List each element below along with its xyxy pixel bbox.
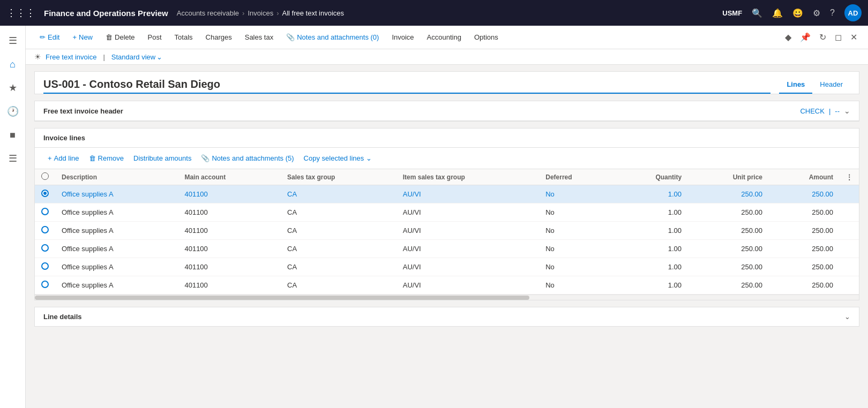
invoice-button[interactable]: Invoice — [386, 31, 419, 44]
row-radio-cell[interactable] — [35, 222, 55, 240]
lines-section-header: Invoice lines — [35, 129, 859, 148]
edit-button[interactable]: ✏ Edit — [34, 31, 65, 44]
sidebar-recent-icon[interactable]: 🕐 — [2, 101, 24, 122]
row-item-sales-tax-group-4: AU/VI — [396, 258, 539, 276]
col-deferred: Deferred — [539, 169, 614, 185]
col-sales-tax-group: Sales tax group — [281, 169, 396, 185]
row-deferred-4: No — [539, 258, 614, 276]
totals-button[interactable]: Totals — [169, 31, 198, 44]
free-text-invoice-link[interactable]: Free text invoice — [46, 53, 96, 61]
sidebar-list-icon[interactable]: ☰ — [2, 148, 24, 169]
row-more-0 — [840, 185, 859, 203]
view-separator: | — [103, 53, 104, 61]
row-radio-3[interactable] — [41, 244, 49, 252]
new-button[interactable]: + New — [67, 31, 98, 44]
refresh-icon[interactable]: ↻ — [817, 30, 828, 44]
table-row[interactable]: Office supplies A 401100 CA AU/VI No 1.0… — [35, 185, 859, 203]
row-radio-cell[interactable] — [35, 240, 55, 258]
row-radio-cell[interactable] — [35, 276, 55, 294]
table-row[interactable]: Office supplies A 401100 CA AU/VI No 1.0… — [35, 240, 859, 258]
table-scrollbar[interactable] — [35, 294, 859, 300]
row-amount-0: 250.00 — [769, 185, 840, 203]
copy-selected-lines-button[interactable]: Copy selected lines ⌄ — [300, 152, 377, 164]
standard-view-dropdown[interactable]: Standard view ⌄ — [111, 53, 162, 61]
paperclip-lines-icon: 📎 — [201, 154, 209, 162]
options-button[interactable]: Options — [469, 31, 504, 44]
sidebar-favorites-icon[interactable]: ★ — [2, 77, 24, 99]
remove-button[interactable]: 🗑 Remove — [85, 152, 128, 164]
add-line-button[interactable]: + Add line — [43, 152, 84, 164]
col-quantity: Quantity — [614, 169, 688, 185]
environment-label: USMF — [722, 9, 742, 17]
row-deferred-5: No — [539, 276, 614, 294]
row-sales-tax-group-2: CA — [281, 222, 396, 240]
breadcrumb-invoices[interactable]: Invoices — [248, 9, 273, 17]
sidebar-home-icon[interactable]: ⌂ — [2, 54, 24, 75]
row-unit-price-0: 250.00 — [688, 185, 769, 203]
table-row[interactable]: Office supplies A 401100 CA AU/VI No 1.0… — [35, 222, 859, 240]
grid-icon[interactable]: ⋮⋮⋮ — [6, 7, 35, 19]
row-description-0: Office supplies A — [55, 185, 178, 203]
line-details-expand-btn[interactable]: ⌄ — [844, 313, 850, 321]
row-sales-tax-group-3: CA — [281, 240, 396, 258]
row-radio-4[interactable] — [41, 262, 49, 270]
tab-lines[interactable]: Lines — [779, 76, 812, 94]
sales-tax-button[interactable]: Sales tax — [240, 31, 279, 44]
row-unit-price-1: 250.00 — [688, 203, 769, 222]
breadcrumb-accounts[interactable]: Accounts receivable — [177, 9, 239, 17]
table-row[interactable]: Office supplies A 401100 CA AU/VI No 1.0… — [35, 276, 859, 294]
notification-icon[interactable]: 🔔 — [772, 8, 783, 18]
distribute-amounts-button[interactable]: Distribute amounts — [129, 152, 196, 164]
row-radio-cell[interactable] — [35, 258, 55, 276]
select-all-radio[interactable] — [41, 172, 49, 180]
table-scroll-container: Description Main account Sales tax group… — [35, 169, 859, 294]
header-status: | — [829, 107, 830, 115]
notes-attachments-lines-button[interactable]: 📎 Notes and attachments (5) — [197, 152, 298, 164]
accounting-button[interactable]: Accounting — [422, 31, 467, 44]
row-sales-tax-group-5: CA — [281, 276, 396, 294]
header-collapse-btn[interactable]: ⌄ — [844, 107, 850, 115]
lines-section-title: Invoice lines — [43, 134, 85, 142]
restore-icon[interactable]: ◻ — [833, 30, 844, 44]
pin-icon[interactable]: 📌 — [798, 30, 813, 44]
check-link[interactable]: CHECK — [800, 107, 825, 115]
row-radio-cell[interactable] — [35, 185, 55, 203]
row-amount-4: 250.00 — [769, 258, 840, 276]
row-main-account-3: 401100 — [178, 240, 281, 258]
sidebar-menu-icon[interactable]: ☰ — [2, 30, 24, 51]
filter-icon[interactable]: ☀ — [34, 52, 41, 61]
scrollbar-thumb — [35, 296, 529, 300]
app-title: Finance and Operations Preview — [44, 9, 168, 18]
row-radio-1[interactable] — [41, 208, 49, 215]
delete-button[interactable]: 🗑 Delete — [100, 31, 140, 44]
row-radio-5[interactable] — [41, 281, 49, 288]
feedback-icon[interactable]: 😀 — [792, 8, 803, 18]
close-icon[interactable]: ✕ — [848, 30, 859, 44]
invoice-title-input[interactable] — [43, 76, 770, 94]
search-icon[interactable]: 🔍 — [752, 8, 762, 18]
table-row[interactable]: Office supplies A 401100 CA AU/VI No 1.0… — [35, 203, 859, 222]
help-icon[interactable]: ? — [830, 8, 835, 18]
charges-button[interactable]: Charges — [200, 31, 237, 44]
row-radio-2[interactable] — [41, 226, 49, 233]
row-radio-0[interactable] — [41, 190, 49, 197]
row-radio-cell[interactable] — [35, 203, 55, 222]
row-main-account-5: 401100 — [178, 276, 281, 294]
table-row[interactable]: Office supplies A 401100 CA AU/VI No 1.0… — [35, 258, 859, 276]
row-unit-price-4: 250.00 — [688, 258, 769, 276]
title-tabs: Lines Header — [779, 76, 850, 94]
col-description: Description — [55, 169, 178, 185]
bookmark-icon[interactable]: ◆ — [783, 30, 794, 44]
notes-attachments-button[interactable]: 📎 Notes and attachments (0) — [281, 31, 384, 44]
row-sales-tax-group-1: CA — [281, 203, 396, 222]
invoice-title-section: Lines Header — [34, 71, 859, 94]
settings-icon[interactable]: ⚙ — [813, 8, 820, 18]
top-bar: ⋮⋮⋮ Finance and Operations Preview Accou… — [0, 0, 868, 26]
tab-header[interactable]: Header — [812, 76, 850, 94]
post-button[interactable]: Post — [143, 31, 167, 44]
sidebar-workspaces-icon[interactable]: ■ — [2, 124, 24, 146]
row-quantity-1: 1.00 — [614, 203, 688, 222]
chevron-icon-1: › — [242, 9, 244, 17]
col-unit-price: Unit price — [688, 169, 769, 185]
user-avatar[interactable]: AD — [844, 4, 862, 21]
